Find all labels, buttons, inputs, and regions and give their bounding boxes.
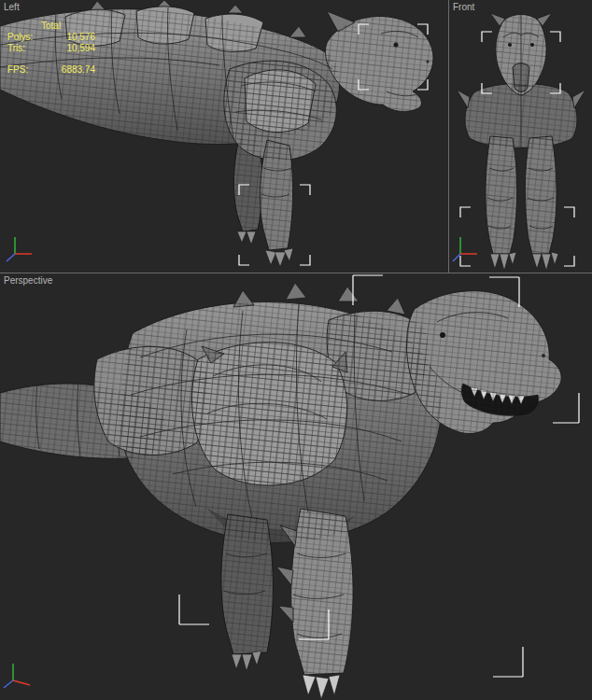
axis-tripod-icon xyxy=(7,237,32,261)
viewport-statistics: Total Polys: 10,576 Tris: 10,594 FPS: 68… xyxy=(7,21,95,76)
front-view-canvas[interactable] xyxy=(449,0,592,273)
stats-row-fps: FPS: 6883.74 xyxy=(7,64,95,76)
stats-row-polys: Polys: 10,576 xyxy=(7,32,95,43)
viewport-layout: Left Total Polys: 10,576 Tris: 10,594 FP… xyxy=(0,0,592,700)
axis-tripod-icon xyxy=(4,664,30,688)
creature-mesh-perspective[interactable] xyxy=(0,283,561,699)
front-claws xyxy=(490,252,558,271)
viewport-front[interactable]: Front xyxy=(449,0,592,273)
viewport-perspective-label[interactable]: Perspective xyxy=(4,275,52,286)
stats-row-tris: Tris: 10,594 xyxy=(7,43,95,54)
perspective-view-canvas[interactable] xyxy=(0,273,592,700)
viewport-front-label[interactable]: Front xyxy=(453,2,474,12)
viewport-left-label[interactable]: Left xyxy=(4,2,20,12)
stats-column-header: Total xyxy=(7,21,95,32)
viewport-perspective[interactable]: Perspective xyxy=(0,273,592,700)
creature-mesh-front[interactable] xyxy=(457,11,585,271)
viewport-left[interactable]: Left Total Polys: 10,576 Tris: 10,594 FP… xyxy=(0,0,449,273)
axis-tripod-icon xyxy=(453,237,477,261)
